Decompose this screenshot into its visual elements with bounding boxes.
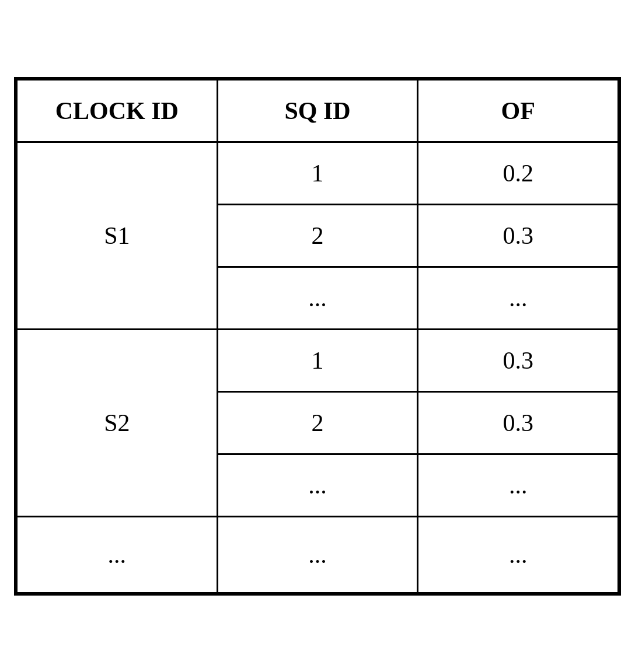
header-row: CLOCK ID SQ ID OF — [17, 79, 619, 142]
of-cell: 0.3 — [418, 391, 619, 454]
data-table: CLOCK ID SQ ID OF S1 1 0.2 2 0.3 ... ... — [16, 79, 619, 594]
sq-id-cell: 2 — [217, 391, 418, 454]
sq-id-cell: ... — [217, 267, 418, 329]
of-cell: 0.3 — [418, 329, 619, 391]
header-sq-id: SQ ID — [217, 79, 418, 142]
sq-id-cell: 2 — [217, 204, 418, 267]
of-cell: 0.3 — [418, 204, 619, 267]
footer-clock-id: ... — [17, 516, 218, 593]
footer-sq-id: ... — [217, 516, 418, 593]
sq-id-cell: ... — [217, 454, 418, 516]
of-cell: ... — [418, 267, 619, 329]
table-row: S2 1 0.3 — [17, 329, 619, 391]
table-row: S1 1 0.2 — [17, 142, 619, 204]
table-container: CLOCK ID SQ ID OF S1 1 0.2 2 0.3 ... ... — [14, 77, 621, 596]
sq-id-cell: 1 — [217, 142, 418, 204]
of-cell: ... — [418, 454, 619, 516]
of-cell: 0.2 — [418, 142, 619, 204]
clock-id-s2: S2 — [17, 329, 218, 516]
footer-of: ... — [418, 516, 619, 593]
sq-id-cell: 1 — [217, 329, 418, 391]
header-of: OF — [418, 79, 619, 142]
table-row-footer: ... ... ... — [17, 516, 619, 593]
header-clock-id: CLOCK ID — [17, 79, 218, 142]
clock-id-s1: S1 — [17, 142, 218, 329]
